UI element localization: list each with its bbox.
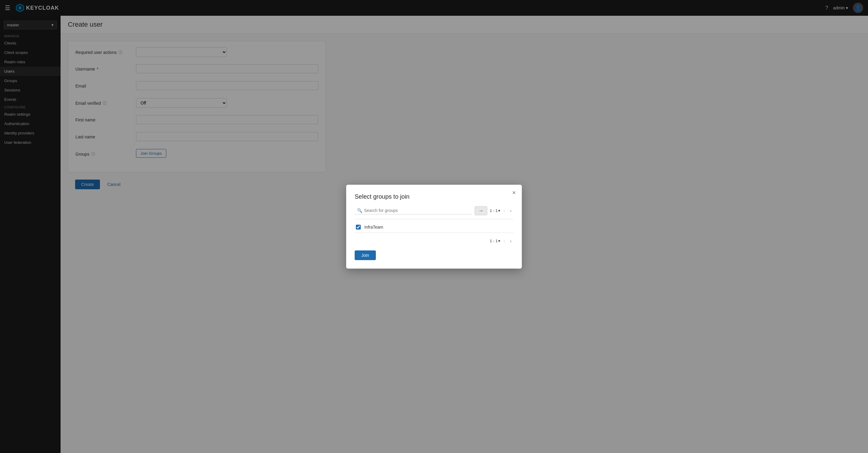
modal-divider-top xyxy=(355,219,513,219)
select-groups-modal: Select groups to join × 🔍 → 1 - 1 ▾ ‹ › … xyxy=(346,185,522,268)
group-list-item: InfrаTeam xyxy=(355,222,513,233)
modal-title: Select groups to join xyxy=(355,193,513,200)
prev-page-button[interactable]: ‹ xyxy=(501,207,507,214)
infrateam-checkbox[interactable] xyxy=(356,225,361,229)
modal-search-row: 🔍 → 1 - 1 ▾ ‹ › xyxy=(355,206,513,215)
groups-search-input[interactable] xyxy=(364,208,470,213)
bottom-page-label: 1 - 1 ▾ xyxy=(490,238,500,243)
search-go-button[interactable]: → xyxy=(474,206,487,215)
next-page-button[interactable]: › xyxy=(508,207,513,214)
bottom-next-page-button[interactable]: › xyxy=(508,238,513,245)
bottom-pagination: 1 - 1 ▾ ‹ › xyxy=(355,238,513,245)
group-name: InfrаTeam xyxy=(364,225,383,229)
search-icon: 🔍 xyxy=(357,208,362,213)
modal-close-button[interactable]: × xyxy=(512,190,516,196)
bottom-page-dropdown-icon[interactable]: ▾ xyxy=(498,238,500,243)
top-page-dropdown-icon[interactable]: ▾ xyxy=(498,208,500,213)
top-pagination: 1 - 1 ▾ ‹ › xyxy=(490,207,513,214)
modal-overlay[interactable]: Select groups to join × 🔍 → 1 - 1 ▾ ‹ › … xyxy=(0,0,868,453)
top-page-label: 1 - 1 ▾ xyxy=(490,208,500,213)
bottom-prev-page-button[interactable]: ‹ xyxy=(501,238,507,245)
modal-join-button[interactable]: Join xyxy=(355,251,376,260)
search-input-wrap: 🔍 xyxy=(355,207,472,215)
